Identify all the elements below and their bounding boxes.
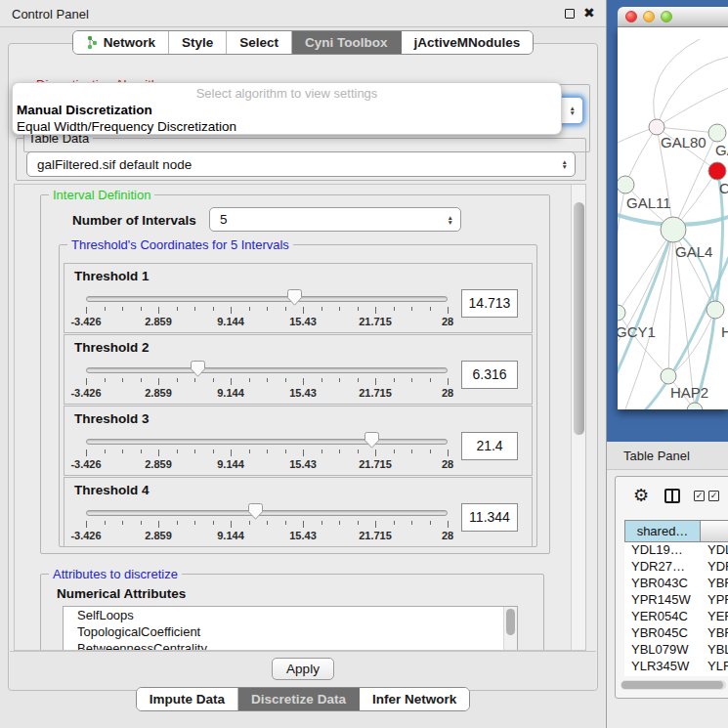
node-label: C (719, 180, 728, 196)
top-tab-bar: NetworkStyleSelectCyni ToolboxjActiveMNo… (0, 30, 606, 55)
dropdown-option-manual[interactable]: Manual Discretization (13, 102, 561, 118)
table-header-row: shared… na (624, 520, 728, 542)
threshold-value-field[interactable]: 21.4 (461, 432, 518, 460)
network-node[interactable] (708, 162, 726, 180)
network-node[interactable] (707, 301, 724, 319)
stepper-icon: ▲▼ (562, 159, 568, 169)
slider-thumb[interactable] (364, 432, 379, 449)
threshold-slider[interactable]: -3.4262.8599.14415.4321.71528 (86, 507, 448, 540)
num-intervals-value: 5 (220, 212, 228, 227)
table-row[interactable]: YLR345WYLR3 (624, 659, 728, 675)
desktop: { "window": { "title": "Control Panel" }… (0, 0, 728, 728)
threshold-value-field[interactable]: 6.316 (461, 361, 518, 389)
tab-impute-data[interactable]: Impute Data (137, 688, 238, 710)
threshold-value-field[interactable]: 11.344 (461, 503, 518, 532)
column-header-shared[interactable]: shared… (624, 520, 701, 542)
network-node[interactable] (661, 217, 686, 242)
close-icon[interactable]: ✖ (583, 5, 595, 21)
attribute-item[interactable]: BetweennessCentrality (64, 640, 517, 651)
table-row[interactable]: YPR145WYPR1 (624, 592, 728, 609)
node-table: shared… na YDL19…YDL1YDR27…YDR2YBR043CYB… (624, 520, 728, 676)
slider-tick-labels: -3.4262.8599.14415.4321.71528 (86, 316, 448, 327)
slider-thumb[interactable] (191, 361, 205, 377)
table-row[interactable]: YBR043CYBR0 (624, 576, 728, 592)
attribute-item[interactable]: SelfLoops (64, 607, 517, 623)
threshold-panel: Threshold 1-3.4262.8599.14415.4321.71528… (64, 263, 533, 333)
table-hscrollbar-thumb[interactable] (621, 681, 723, 689)
node-label: H (721, 323, 728, 340)
settings-scrollbar-thumb[interactable] (574, 202, 584, 435)
network-window[interactable]: GAL80GACGAL11GAL4GCY1HHAP2 (607, 0, 728, 442)
slider-track[interactable] (86, 439, 448, 445)
network-node[interactable] (618, 176, 634, 193)
checkbox-icon[interactable]: ✓ (694, 491, 705, 501)
attribute-items: SelfLoopsTopologicalCoefficientBetweenne… (64, 607, 517, 651)
tab-jactivemnodules[interactable]: jActiveMNodules (402, 31, 534, 54)
threshold-value-field[interactable]: 14.713 (461, 289, 518, 318)
table-row[interactable]: YBR045CYBR0 (624, 625, 728, 642)
tab-style[interactable]: Style (169, 31, 227, 54)
tab-group: NetworkStyleSelectCyni ToolboxjActiveMNo… (72, 30, 535, 55)
slider-thumb[interactable] (248, 503, 263, 520)
network-canvas[interactable]: GAL80GACGAL11GAL4GCY1HHAP2 (618, 27, 728, 409)
tab-select[interactable]: Select (227, 31, 292, 54)
tab-infer-network[interactable]: Infer Network (360, 688, 469, 710)
numerical-attributes-list[interactable]: SelfLoopsTopologicalCoefficientBetweenne… (63, 606, 518, 651)
apply-button[interactable]: Apply (272, 658, 334, 680)
close-traffic-light-icon[interactable] (625, 11, 637, 22)
num-intervals-combobox[interactable]: 5 ▲▼ (209, 207, 461, 232)
threshold-slider[interactable]: -3.4262.8599.14415.4321.71528 (86, 293, 448, 326)
table-panel-body: ⚙ ✓ ✓ shared… na YDL19…YDL1YDR27…YDR2YBR… (607, 470, 728, 728)
group-title-interval: Interval Definition (49, 188, 154, 202)
right-column: GAL80GACGAL11GAL4GCY1HHAP2 Table Panel ⚙… (606, 0, 728, 728)
split-columns-icon[interactable] (664, 489, 680, 503)
threshold-list: Threshold 1-3.4262.8599.14415.4321.71528… (64, 263, 533, 547)
column-header-name[interactable]: na (701, 520, 728, 542)
tab-discretize-data[interactable]: Discretize Data (238, 688, 360, 710)
list-scrollbar-thumb[interactable] (506, 609, 515, 635)
tab-network[interactable]: Network (73, 31, 169, 54)
network-icon (86, 35, 99, 50)
network-node[interactable] (618, 305, 625, 321)
panel-title: Control Panel (12, 7, 89, 21)
num-intervals-label: Number of Intervals (72, 213, 196, 228)
table-hscrollbar[interactable] (621, 680, 726, 690)
slider-track[interactable] (86, 367, 448, 373)
table-row[interactable]: YDL19…YDL1 (624, 542, 728, 559)
table-data-combobox[interactable]: galFiltered.sif default node ▲▼ (26, 151, 576, 177)
table-row[interactable]: YER054CYER0 (624, 609, 728, 625)
table-row[interactable]: YIL052CYIL0 (624, 675, 728, 676)
network-node[interactable] (687, 403, 703, 409)
bottom-tab-bar: Impute DataDiscretize DataInfer Network (0, 687, 606, 711)
settings-scroll-area: Interval Definition Number of Intervals … (14, 184, 586, 651)
node-label: HAP2 (670, 384, 708, 401)
slider-track[interactable] (86, 510, 448, 516)
network-graph: GAL80GACGAL11GAL4GCY1HHAP2 (618, 27, 728, 409)
zoom-traffic-light-icon[interactable] (661, 11, 672, 22)
network-node[interactable] (661, 368, 676, 384)
settings-scrollbar[interactable] (571, 185, 585, 650)
network-node[interactable] (649, 119, 664, 135)
checkbox-icon[interactable]: ✓ (708, 491, 719, 501)
slider-thumb[interactable] (287, 289, 302, 306)
gear-icon[interactable]: ⚙ (633, 485, 649, 506)
tab-cyni-toolbox[interactable]: Cyni Toolbox (292, 31, 402, 54)
threshold-label: Threshold 3 (74, 411, 150, 426)
table-row[interactable]: YBL079WYBL0 (624, 642, 728, 659)
table-row[interactable]: YDR27…YDR2 (624, 559, 728, 576)
threshold-label: Threshold 2 (74, 340, 150, 355)
dropdown-option-equal-width[interactable]: Equal Width/Frequency Discretization (13, 118, 561, 135)
slider-tick-labels: -3.4262.8599.14415.4321.71528 (86, 458, 448, 470)
threshold-slider[interactable]: -3.4262.8599.14415.4321.71528 (86, 364, 448, 398)
threshold-slider[interactable]: -3.4262.8599.14415.4321.71528 (86, 436, 448, 469)
network-node[interactable] (708, 124, 726, 142)
float-window-icon[interactable] (565, 9, 575, 19)
node-label: GA (715, 142, 728, 158)
slider-ticks (86, 307, 448, 315)
list-scrollbar[interactable] (503, 607, 517, 651)
interval-definition-group: Interval Definition Number of Intervals … (40, 194, 550, 554)
network-window-titlebar[interactable] (618, 7, 728, 27)
minimize-traffic-light-icon[interactable] (643, 11, 655, 22)
slider-track[interactable] (86, 296, 448, 302)
attribute-item[interactable]: TopologicalCoefficient (64, 623, 517, 640)
